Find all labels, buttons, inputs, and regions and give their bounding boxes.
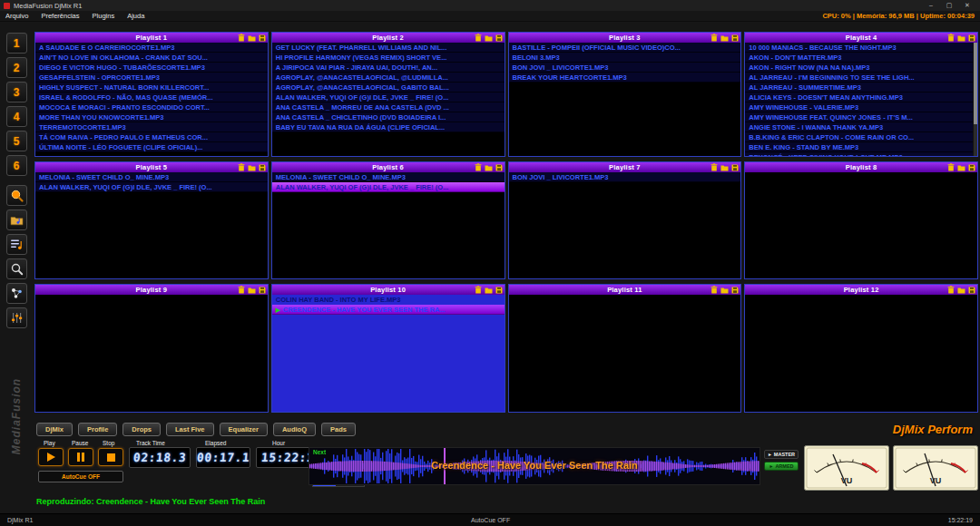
play-button[interactable] (38, 448, 64, 466)
close-button[interactable]: ✕ (958, 0, 976, 11)
sidebar-tool-button[interactable] (6, 209, 27, 230)
playlist-body[interactable]: GET LUCKY (FEAT. PHARRELL WILLIAMS AND N… (272, 43, 505, 156)
playlist-body[interactable] (745, 172, 977, 278)
track-item[interactable]: BASTILLE - POMPEII (OFFICIAL MUSIC VIDEO… (509, 43, 741, 53)
folder-icon[interactable] (485, 164, 493, 171)
trash-icon[interactable] (238, 286, 245, 294)
trash-icon[interactable] (947, 163, 955, 171)
track-item[interactable]: ANGIE STONE - I WANNA THANK YA.MP3 (745, 122, 977, 132)
track-item[interactable]: AGROPLAY, @ANACASTELAOFICIAL, GABITO BAL… (272, 83, 505, 93)
save-icon[interactable] (259, 34, 266, 42)
trash-icon[interactable] (238, 163, 245, 171)
track-item[interactable]: TERREMOTOCORTE1.MP3 (35, 122, 268, 132)
track-item[interactable]: COLIN HAY BAND - INTO MY LIFE.MP3 (272, 295, 505, 305)
track-item[interactable]: GESAFFELSTEIN - OPRCORTE1.MP3 (35, 73, 268, 83)
track-item[interactable]: AGROPLAY, @ANACASTELAOFICIAL, @LUDMILLA.… (272, 73, 505, 83)
track-item[interactable]: TÁ COM RAIVA - PEDRO PAULO E MATHEUS COR… (35, 132, 268, 142)
track-item[interactable]: ALAN WALKER, YUQI OF (G)I DLE, JVKE _ FI… (272, 93, 505, 102)
track-item[interactable]: A JIRIPOCA VAI PIAR - JIRAYA UAI, DOUTH!… (272, 63, 505, 73)
sidebar-page-4-button[interactable]: 4 (6, 106, 27, 127)
track-item[interactable]: BEN E. KING - STAND BY ME.MP3 (745, 142, 977, 152)
track-item[interactable]: ANA CASTELA _ CHICLETINHO (DVD BOIADEIRA… (272, 112, 505, 122)
track-item[interactable]: BELONI 3.MP3 (509, 53, 741, 63)
track-item[interactable]: A SAUDADE E O CARREIROCORTE1.MP3 (35, 43, 268, 53)
track-item[interactable]: AL JARREAU - SUMMERTIME.MP3 (745, 83, 977, 93)
sidebar-page-6-button[interactable]: 6 (6, 155, 27, 176)
menu-arquivo[interactable]: Arquivo (5, 12, 28, 20)
track-item[interactable]: BREAK YOUR HEARTCORTE1.MP3 (509, 73, 741, 83)
track-item[interactable]: ALAN WALKER, YUQI OF (G)I DLE, JVKE _ FI… (35, 182, 268, 192)
sidebar-tool-button[interactable] (6, 185, 27, 206)
track-item[interactable]: AKON - DON'T MATTER.MP3 (745, 53, 977, 63)
armed-button[interactable]: ► ARMED (764, 462, 799, 471)
track-item[interactable]: AIN'T NO LOVE IN OKLAHOMA - CRANK DAT SO… (35, 53, 268, 63)
trash-icon[interactable] (238, 34, 245, 42)
trash-icon[interactable] (475, 163, 482, 171)
track-item[interactable]: BON JOVI _ LIVICORTE1.MP3 (509, 172, 741, 182)
sidebar-tool-button[interactable] (6, 234, 27, 255)
save-icon[interactable] (495, 34, 503, 42)
trash-icon[interactable] (710, 163, 718, 171)
track-item[interactable]: AMY WINEHOUSE FEAT. QUINCY JONES - IT'S … (745, 112, 977, 122)
save-icon[interactable] (731, 34, 739, 42)
track-item[interactable]: ▶CREENDENCE - HAVE YOU EVER SEEN THE RA.… (272, 305, 505, 315)
folder-icon[interactable] (720, 164, 729, 171)
save-icon[interactable] (731, 287, 739, 294)
track-item[interactable]: MELONIA - SWEET CHILD O_ MINE.MP3 (272, 172, 505, 182)
folder-icon[interactable] (248, 287, 256, 294)
track-item[interactable]: AL JARREAU - I'M BEGINNING TO SEE THE LI… (745, 73, 977, 83)
track-item[interactable]: DIEGO E VICTOR HUGO - TUBARÕESCORTE1.MP3 (35, 63, 268, 73)
scrollbar[interactable] (973, 43, 977, 156)
track-item[interactable]: AMY WINEHOUSE - VALERIE.MP3 (745, 102, 977, 112)
track-item[interactable]: ALAN WALKER, YUQI OF (G)I DLE, JVKE _ FI… (272, 182, 505, 192)
toolbar-pads-button[interactable]: Pads (321, 423, 356, 436)
save-icon[interactable] (259, 287, 266, 294)
trash-icon[interactable] (475, 286, 482, 294)
folder-icon[interactable] (720, 34, 729, 42)
toolbar-djmix-button[interactable]: DjMix (36, 423, 73, 436)
sidebar-page-3-button[interactable]: 3 (6, 82, 27, 102)
autocue-button[interactable]: AutoCue OFF (38, 471, 123, 482)
playlist-body[interactable]: BASTILLE - POMPEII (OFFICIAL MUSIC VIDEO… (509, 43, 741, 156)
stop-button[interactable] (98, 448, 123, 466)
save-icon[interactable] (968, 34, 975, 42)
track-item[interactable]: HIGHLY SUSPECT - NATURAL BORN KILLERCORT… (35, 83, 268, 93)
playlist-body[interactable] (509, 295, 741, 412)
folder-icon[interactable] (957, 34, 965, 42)
track-item[interactable]: ALICIA KEYS - DOESN'T MEAN ANYTHING.MP3 (745, 93, 977, 102)
track-item[interactable]: B.B.KING & ERIC CLAPTON - COME RAIN OR C… (745, 132, 977, 142)
toolbar-equalizer-button[interactable]: Equalizer (220, 423, 268, 436)
minimize-button[interactable]: – (922, 0, 940, 11)
playlist-body[interactable] (745, 295, 977, 412)
track-item[interactable]: BABY EU TAVA NA RUA DA ÁGUA (CLIPE OFICI… (272, 122, 505, 132)
sidebar-tool-button[interactable] (6, 307, 27, 328)
playlist-body[interactable]: COLIN HAY BAND - INTO MY LIFE.MP3▶CREEND… (272, 295, 505, 412)
track-item[interactable]: MOCOCA E MORACI - PRANTO ESCONDIDO CORT.… (35, 102, 268, 112)
playlist-body[interactable]: MELONIA - SWEET CHILD O_ MINE.MP3ALAN WA… (272, 172, 505, 278)
save-icon[interactable] (495, 287, 503, 294)
sidebar-page-2-button[interactable]: 2 (6, 57, 27, 78)
maximize-button[interactable]: ▢ (940, 0, 958, 11)
toolbar-drops-button[interactable]: Drops (122, 423, 161, 436)
playlist-body[interactable]: A SAUDADE E O CARREIROCORTE1.MP3AIN'T NO… (35, 43, 268, 156)
playlist-body[interactable] (35, 295, 268, 412)
menu-plugins[interactable]: Plugins (93, 12, 115, 20)
track-item[interactable]: ANA CASTELA _ MORREU DE ANA CASTELA (DVD… (272, 102, 505, 112)
toolbar-audioq-button[interactable]: AudioQ (273, 423, 316, 436)
folder-icon[interactable] (957, 164, 965, 171)
save-icon[interactable] (968, 164, 975, 171)
track-item[interactable]: AKON - RIGHT NOW (NA NA NA).MP3 (745, 63, 977, 73)
trash-icon[interactable] (947, 34, 955, 42)
playlist-body[interactable]: MELONIA - SWEET CHILD O_ MINE.MP3ALAN WA… (35, 172, 268, 278)
folder-icon[interactable] (720, 287, 729, 294)
track-item[interactable]: ISRAEL & RODOLFFO - NÃO, MAS QUASE (MEMÓ… (35, 93, 268, 102)
folder-icon[interactable] (957, 287, 965, 294)
sidebar-page-5-button[interactable]: 5 (6, 131, 27, 151)
sidebar-tool-button[interactable] (6, 283, 27, 304)
track-item[interactable]: BEYONCÉ - KEEP GIVING YOUR LOVE ME.MP3 (745, 152, 977, 156)
sidebar-tool-button[interactable] (6, 258, 27, 279)
folder-icon[interactable] (248, 164, 256, 171)
track-item[interactable]: HI PROFILE HARMONY (VEGAS REMIX) SHORT V… (272, 53, 505, 63)
trash-icon[interactable] (947, 286, 955, 294)
track-item[interactable]: ÚLTIMA NOITE - LÉO FOGUETE (CLIPE OFICIA… (35, 142, 268, 152)
